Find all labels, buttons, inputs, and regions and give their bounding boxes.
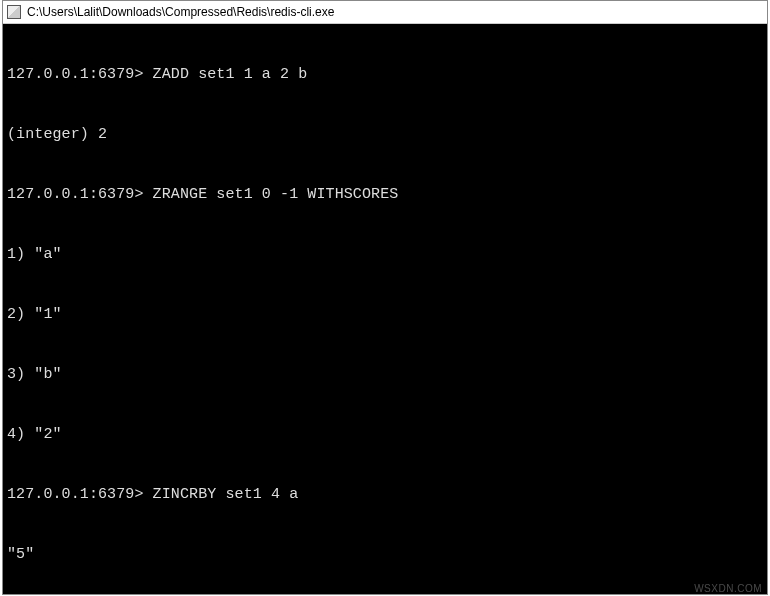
title-bar[interactable]: C:\Users\Lalit\Downloads\Compressed\Redi… xyxy=(3,1,767,24)
terminal-line: 127.0.0.1:6379> ZADD set1 1 a 2 b xyxy=(7,65,763,85)
window-title: C:\Users\Lalit\Downloads\Compressed\Redi… xyxy=(27,5,334,19)
terminal-line: 4) "2" xyxy=(7,425,763,445)
terminal-line: 3) "b" xyxy=(7,365,763,385)
app-window: C:\Users\Lalit\Downloads\Compressed\Redi… xyxy=(2,0,768,595)
watermark-text: WSXDN.COM xyxy=(694,583,762,594)
terminal-line: (integer) 2 xyxy=(7,125,763,145)
terminal-line: 1) "a" xyxy=(7,245,763,265)
terminal-line: 127.0.0.1:6379> ZINCRBY set1 4 a xyxy=(7,485,763,505)
app-icon xyxy=(7,5,21,19)
terminal-line: 127.0.0.1:6379> ZRANGE set1 0 -1 WITHSCO… xyxy=(7,185,763,205)
terminal-line: "5" xyxy=(7,545,763,565)
terminal-output[interactable]: 127.0.0.1:6379> ZADD set1 1 a 2 b (integ… xyxy=(3,24,767,594)
terminal-line: 2) "1" xyxy=(7,305,763,325)
